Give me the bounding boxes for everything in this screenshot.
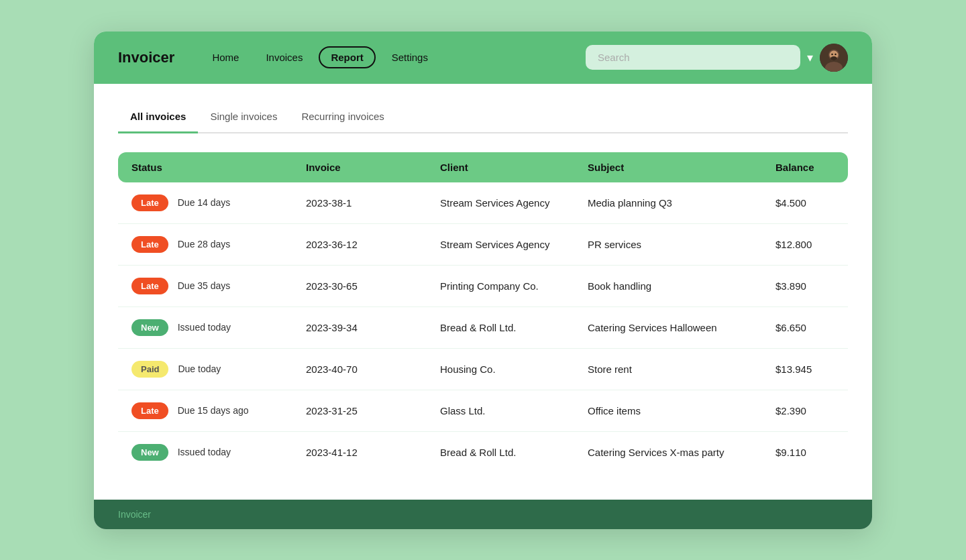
client-cell: Bread & Roll Ltd. bbox=[440, 322, 588, 333]
invoice-cell: 2023-41-12 bbox=[306, 447, 440, 458]
invoice-cell: 2023-30-65 bbox=[306, 280, 440, 292]
status-cell-6: NewIssued today bbox=[131, 444, 306, 461]
table-row[interactable]: PaidDue today2023-40-70Housing Co.Store … bbox=[118, 349, 848, 390]
status-label: Issued today bbox=[178, 447, 231, 457]
col-header-subject: Subject bbox=[588, 162, 775, 173]
client-cell: Stream Services Agency bbox=[440, 197, 588, 209]
nav: HomeInvoicesReportSettings bbox=[201, 46, 586, 68]
search-input[interactable] bbox=[586, 45, 800, 70]
tab-all-invoices[interactable]: All invoices bbox=[118, 104, 198, 133]
status-cell-2: LateDue 35 days bbox=[131, 278, 306, 294]
tab-single-invoices[interactable]: Single invoices bbox=[198, 104, 289, 133]
balance-cell: $2.390 bbox=[775, 405, 872, 416]
avatar bbox=[820, 44, 848, 72]
client-cell: Bread & Roll Ltd. bbox=[440, 447, 588, 458]
table-header: StatusInvoiceClientSubjectBalance bbox=[118, 152, 848, 182]
table-row[interactable]: LateDue 35 days2023-30-65Printing Compan… bbox=[118, 266, 848, 307]
svg-point-4 bbox=[830, 56, 837, 60]
status-label: Due 14 days bbox=[178, 197, 231, 208]
main-content: All invoicesSingle invoicesRecurring inv… bbox=[94, 84, 872, 500]
app-window: Invoicer HomeInvoicesReportSettings ▾ bbox=[94, 32, 872, 529]
col-header-invoice: Invoice bbox=[306, 162, 440, 173]
table-row[interactable]: LateDue 15 days ago2023-31-25Glass Ltd.O… bbox=[118, 390, 848, 432]
client-cell: Printing Company Co. bbox=[440, 280, 588, 292]
chevron-down-icon[interactable]: ▾ bbox=[807, 50, 813, 65]
subject-cell: Store rent bbox=[588, 363, 775, 375]
status-label: Due 15 days ago bbox=[178, 405, 249, 416]
subject-cell: Media planning Q3 bbox=[588, 197, 775, 209]
svg-point-5 bbox=[831, 53, 833, 54]
footer: Invoicer bbox=[94, 500, 872, 529]
status-badge: Late bbox=[131, 236, 168, 253]
nav-item-home[interactable]: Home bbox=[201, 46, 250, 68]
status-cell-1: LateDue 28 days bbox=[131, 236, 306, 253]
table-row[interactable]: LateDue 14 days2023-38-1Stream Services … bbox=[118, 182, 848, 224]
balance-cell: $6.650 bbox=[775, 322, 872, 333]
status-badge: Late bbox=[131, 278, 168, 294]
header-right: ▾ bbox=[586, 44, 848, 72]
status-badge: Late bbox=[131, 402, 168, 419]
status-cell-3: NewIssued today bbox=[131, 319, 306, 336]
balance-cell: $3.890 bbox=[775, 280, 872, 292]
subject-cell: Book handling bbox=[588, 280, 775, 292]
col-header-balance: Balance bbox=[775, 162, 872, 173]
invoice-cell: 2023-38-1 bbox=[306, 197, 440, 209]
client-cell: Housing Co. bbox=[440, 363, 588, 375]
table-body: LateDue 14 days2023-38-1Stream Services … bbox=[118, 182, 848, 473]
invoice-cell: 2023-36-12 bbox=[306, 239, 440, 250]
status-cell-4: PaidDue today bbox=[131, 361, 306, 378]
invoice-cell: 2023-40-70 bbox=[306, 363, 440, 375]
status-label: Due 28 days bbox=[178, 239, 231, 249]
client-cell: Glass Ltd. bbox=[440, 405, 588, 416]
nav-item-report[interactable]: Report bbox=[319, 46, 375, 68]
col-header-status: Status bbox=[131, 162, 306, 173]
subject-cell: Catering Services X-mas party bbox=[588, 447, 775, 458]
status-label: Due today bbox=[178, 363, 221, 374]
status-cell-5: LateDue 15 days ago bbox=[131, 402, 306, 419]
status-label: Due 35 days bbox=[178, 280, 231, 291]
status-badge: Paid bbox=[131, 361, 168, 378]
status-badge: Late bbox=[131, 194, 168, 211]
nav-item-settings[interactable]: Settings bbox=[381, 46, 439, 68]
invoice-cell: 2023-31-25 bbox=[306, 405, 440, 416]
nav-item-invoices[interactable]: Invoices bbox=[255, 46, 313, 68]
table-row[interactable]: NewIssued today2023-41-12Bread & Roll Lt… bbox=[118, 432, 848, 473]
svg-point-6 bbox=[835, 53, 836, 54]
col-header-client: Client bbox=[440, 162, 588, 173]
status-badge: New bbox=[131, 319, 168, 336]
balance-cell: $9.110 bbox=[775, 447, 872, 458]
table-row[interactable]: LateDue 28 days2023-36-12Stream Services… bbox=[118, 224, 848, 266]
subject-cell: Catering Services Halloween bbox=[588, 322, 775, 333]
table-row[interactable]: NewIssued today2023-39-34Bread & Roll Lt… bbox=[118, 307, 848, 349]
tabs: All invoicesSingle invoicesRecurring inv… bbox=[118, 104, 848, 133]
status-label: Issued today bbox=[178, 322, 231, 333]
status-badge: New bbox=[131, 444, 168, 461]
subject-cell: Office items bbox=[588, 405, 775, 416]
client-cell: Stream Services Agency bbox=[440, 239, 588, 250]
balance-cell: $12.800 bbox=[775, 239, 872, 250]
tab-recurring-invoices[interactable]: Recurring invoices bbox=[289, 104, 396, 133]
balance-cell: $13.945 bbox=[775, 363, 872, 375]
logo: Invoicer bbox=[118, 49, 174, 66]
footer-label: Invoicer bbox=[118, 509, 151, 520]
status-cell-0: LateDue 14 days bbox=[131, 194, 306, 211]
invoice-cell: 2023-39-34 bbox=[306, 322, 440, 333]
subject-cell: PR services bbox=[588, 239, 775, 250]
balance-cell: $4.500 bbox=[775, 197, 872, 209]
header: Invoicer HomeInvoicesReportSettings ▾ bbox=[94, 32, 872, 84]
